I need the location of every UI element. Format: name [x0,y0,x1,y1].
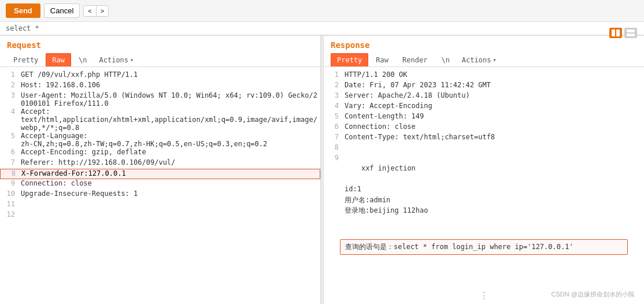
svg-rect-2 [627,29,635,32]
request-panel: Request Pretty Raw \n Actions ▾ 1GET /09… [0,36,321,304]
line-content: Connection: close [345,123,642,131]
response-body[interactable]: 1HTTP/1.1 200 OK2Date: Fri, 07 Apr 2023 … [324,67,644,287]
line-number: 11 [2,200,15,208]
line-content: Referer: http://192.168.0.106/09/vul/ [21,158,318,166]
line-number: 2 [2,81,15,89]
request-line: 12 [0,210,320,221]
line-content: xxf injection [345,164,642,172]
request-tab-pretty[interactable]: Pretty [7,53,45,66]
response-title: Response [331,40,637,50]
svg-rect-1 [616,29,620,36]
line-content: Accept-Encoding: gzip, deflate [21,148,318,156]
line-number: 12 [2,210,15,218]
request-line: 1GET /09/vul/xxf.php HTTP/1.1 [0,71,320,81]
line-content: 登录地:beijing 112hao [345,206,642,216]
svg-rect-0 [612,29,615,36]
response-tab-raw[interactable]: Raw [369,53,395,66]
line-content: User-Agent: Mozilla/5.0 (Windows NT 10.0… [21,91,318,107]
response-line: xxf injection [324,164,644,175]
response-actions-label: Actions [462,56,491,64]
response-line: 6Connection: close [324,123,644,133]
sql-result-box: 查询的语句是：select * from login_ip where ip='… [340,239,628,255]
response-line: 5Content-Length: 149 [324,112,644,123]
split-horizontal-icon [627,29,635,36]
response-line: id:1 [324,185,644,195]
line-number: 1 [326,71,339,79]
response-panel-header: Response Pretty Raw Render \n Actions ▾ [324,36,644,67]
request-tab-newline[interactable]: \n [72,53,93,66]
response-line: 登录地:beijing 112hao [324,206,644,216]
nav-next-button[interactable]: > [97,6,108,16]
response-line [324,227,644,237]
request-line: 8X-Forwarded-For:127.0.0.1 [0,169,320,179]
response-tab-bar: Pretty Raw Render \n Actions ▾ [331,53,637,66]
response-tab-render[interactable]: Render [396,53,434,66]
response-line: 1HTTP/1.1 200 OK [324,71,644,81]
line-number: 1 [2,71,15,79]
response-line: 7Content-Type: text/html;charset=utf8 [324,133,644,143]
line-content: 用户名:admin [345,195,642,205]
response-line: 2Date: Fri, 07 Apr 2023 11:42:42 GMT [324,81,644,91]
select-text-bar: select * [0,22,644,35]
line-content: Host: 192.168.0.106 [21,81,318,89]
nav-prev-button[interactable]: < [84,6,96,16]
request-line: 2Host: 192.168.0.106 [0,81,320,91]
request-line: 6Accept-Encoding: gzip, deflate [0,148,320,158]
line-number: 4 [326,102,339,110]
layout-buttons [609,28,637,38]
line-content: Vary: Accept-Encoding [345,102,642,110]
line-number: 3 [2,91,15,99]
line-number: 7 [326,133,339,141]
line-number: 5 [2,132,15,140]
line-content: Accept-Language: zh-CN,zh;q=0.8,zh-TW;q=… [21,132,318,148]
line-number: 6 [2,148,15,156]
request-tab-raw[interactable]: Raw [46,53,71,66]
nav-arrows: < > [83,5,109,17]
response-line: 用户名:admin [324,195,644,206]
response-tab-newline[interactable]: \n [435,53,456,66]
send-button[interactable]: Send [6,3,40,18]
line-content: Content-Type: text/html;charset=utf8 [345,133,642,141]
line-content: Accept: text/html,application/xhtml+xml,… [21,107,318,132]
request-line: 3User-Agent: Mozilla/5.0 (Windows NT 10.… [0,91,320,107]
toolbar: Send Cancel < > [0,0,644,22]
request-body[interactable]: 1GET /09/vul/xxf.php HTTP/1.12Host: 192.… [0,67,320,304]
response-line: 9 [324,154,644,164]
response-line [324,175,644,185]
split-horizontal-button[interactable] [624,28,637,38]
line-number: 6 [326,123,339,131]
request-line: 11 [0,200,320,210]
request-actions-menu[interactable]: Actions ▾ [95,54,139,66]
line-number: 4 [2,107,15,116]
response-line: 3Server: Apache/2.4.18 (Ubuntu) [324,91,644,102]
response-actions-menu[interactable]: Actions ▾ [457,54,501,66]
line-content: X-Forwarded-For:127.0.0.1 [21,169,317,177]
line-number: 9 [326,154,339,162]
svg-rect-3 [627,34,635,36]
cancel-button[interactable]: Cancel [44,3,80,18]
response-chevron-down-icon: ▾ [493,57,496,63]
line-content: Connection: close [21,179,318,187]
line-number: 7 [2,158,15,166]
line-number: 5 [326,112,339,120]
line-number: 10 [2,190,15,198]
line-content: HTTP/1.1 200 OK [345,71,642,79]
request-actions-label: Actions [99,56,129,64]
response-tab-pretty[interactable]: Pretty [331,53,368,66]
line-content: Content-Length: 149 [345,112,642,120]
line-number: 8 [326,143,339,151]
line-number: 3 [326,91,339,99]
split-vertical-button[interactable] [609,28,622,38]
response-panel: Response Pretty Raw Render \n Actions ▾ … [324,36,644,304]
watermark: CSDN @边缘拼命划水的小陈 [552,290,635,299]
response-line: 4Vary: Accept-Encoding [324,102,644,112]
line-content: Date: Fri, 07 Apr 2023 11:42:42 GMT [345,81,642,89]
request-line: 5Accept-Language: zh-CN,zh;q=0.8,zh-TW;q… [0,132,320,148]
response-line: 8 [324,143,644,154]
main-panels: Request Pretty Raw \n Actions ▾ 1GET /09… [0,35,644,304]
request-tab-bar: Pretty Raw \n Actions ▾ [7,53,313,66]
request-line: 10Upgrade-Insecure-Requests: 1 [0,190,320,200]
request-line: 4Accept: text/html,application/xhtml+xml… [0,107,320,132]
line-content: GET /09/vul/xxf.php HTTP/1.1 [21,71,318,79]
line-content: id:1 [345,185,642,193]
